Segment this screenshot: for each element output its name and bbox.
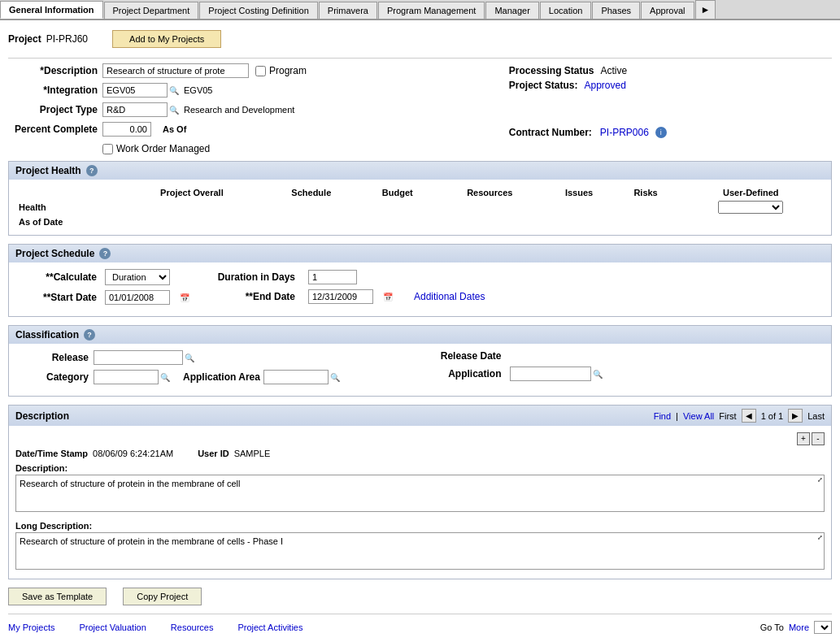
- classification-help-icon[interactable]: ?: [84, 329, 95, 341]
- health-col-resources: Resources: [436, 186, 543, 199]
- percent-complete-input[interactable]: [102, 122, 151, 137]
- tab-bar: General Information Project Department P…: [0, 0, 840, 20]
- health-cell-budget: [359, 199, 436, 215]
- tab-general-information[interactable]: General Information: [0, 1, 103, 19]
- date-stamp-label: Date/Time Stamp: [15, 449, 88, 458]
- footer-project-activities-link[interactable]: Project Activities: [237, 622, 302, 632]
- tab-manager[interactable]: Manager: [485, 2, 538, 19]
- project-health-help-icon[interactable]: ?: [86, 165, 98, 176]
- divider: [8, 58, 832, 59]
- contract-info-icon[interactable]: i: [655, 127, 667, 138]
- category-search-icon[interactable]: [160, 371, 170, 383]
- end-date-calendar-icon[interactable]: 📅: [383, 293, 393, 301]
- calculate-select[interactable]: Duration End Date Start Date: [105, 269, 170, 285]
- tab-program-management[interactable]: Program Management: [378, 2, 485, 19]
- project-type-input[interactable]: [102, 102, 168, 117]
- end-date-input[interactable]: [308, 289, 373, 304]
- project-schedule-help-icon[interactable]: ?: [99, 248, 111, 259]
- project-status-value[interactable]: Approved: [584, 80, 625, 91]
- duration-days-input[interactable]: [308, 270, 357, 284]
- application-input[interactable]: [510, 367, 591, 381]
- separator1: |: [676, 411, 678, 421]
- project-status-label: Project Status:: [509, 80, 578, 91]
- integration-search-icon[interactable]: [169, 85, 179, 96]
- goto-select[interactable]: [814, 621, 832, 634]
- description-textarea[interactable]: [15, 475, 825, 512]
- health-col-issues: Issues: [543, 186, 614, 199]
- app-area-input[interactable]: [263, 370, 329, 384]
- save-as-template-button[interactable]: Save as Template: [8, 588, 107, 605]
- form-right: Processing Status Active Project Status:…: [509, 63, 832, 161]
- integration-input[interactable]: [102, 83, 168, 98]
- work-order-label: Work Order Managed: [116, 143, 210, 154]
- project-schedule-title: Project Schedule: [15, 248, 94, 259]
- as-of-date-label: As of Date: [15, 215, 120, 228]
- category-input[interactable]: [94, 370, 159, 384]
- app-area-label: Application Area: [183, 371, 260, 383]
- add-description-button[interactable]: +: [797, 432, 810, 445]
- start-date-calendar-icon[interactable]: 📅: [180, 293, 189, 302]
- contract-number-row: Contract Number: PI-PRP006 i: [509, 127, 832, 138]
- application-row: Application: [429, 367, 825, 381]
- health-user-defined-select[interactable]: [718, 201, 783, 214]
- tab-project-costing-definition[interactable]: Project Costing Definition: [199, 2, 318, 19]
- contract-number-value[interactable]: PI-PRP006: [600, 127, 649, 138]
- user-id-value: SAMPLE: [234, 449, 271, 458]
- end-date-label: *End Date: [214, 291, 295, 302]
- project-schedule-header: Project Schedule ?: [9, 245, 831, 262]
- desc-field-label: Description:: [15, 463, 825, 473]
- long-description-textarea[interactable]: [15, 532, 825, 570]
- project-type-search-icon[interactable]: [169, 104, 179, 115]
- calculate-label: *Calculate: [15, 271, 97, 283]
- next-page-button[interactable]: ▶: [788, 409, 803, 423]
- schedule-left: *Calculate Duration End Date Start Date …: [15, 269, 189, 310]
- classification-panel: Classification ? Release Category Appl: [8, 325, 832, 397]
- release-search-icon[interactable]: [185, 352, 194, 363]
- release-label: Release: [15, 352, 89, 363]
- description-label: *Description: [8, 65, 98, 76]
- tab-location[interactable]: Location: [540, 2, 592, 19]
- more-link[interactable]: More: [789, 622, 809, 632]
- tab-primavera[interactable]: Primavera: [319, 2, 377, 19]
- tab-more-button[interactable]: ►: [695, 0, 716, 19]
- desc-expand-icon[interactable]: ⤢: [817, 476, 823, 484]
- long-desc-expand-icon[interactable]: ⤢: [817, 534, 823, 541]
- footer-resources-link[interactable]: Resources: [171, 622, 214, 632]
- add-to-my-projects-button[interactable]: Add to My Projects: [112, 30, 221, 48]
- description-panel-body: + - Date/Time Stamp 08/06/09 6:24:21AM U…: [9, 426, 831, 579]
- footer-project-valuation-link[interactable]: Project Valuation: [79, 622, 146, 632]
- integration-text: EGV05: [184, 85, 212, 95]
- footer-links: My Projects Project Valuation Resources …: [8, 614, 832, 634]
- classification-title: Classification: [15, 329, 79, 341]
- bottom-buttons: Save as Template Copy Project: [8, 588, 832, 605]
- health-col-budget: Budget: [359, 186, 436, 199]
- release-input[interactable]: [94, 350, 183, 365]
- tab-project-department[interactable]: Project Department: [104, 2, 199, 19]
- as-of-date-row: As of Date: [15, 215, 825, 228]
- work-order-checkbox[interactable]: [102, 144, 113, 154]
- prev-page-button[interactable]: ◀: [742, 409, 756, 423]
- contract-number-label: Contract Number:: [509, 127, 592, 138]
- remove-description-button[interactable]: -: [812, 432, 825, 445]
- end-date-row: *End Date 📅 Additional Dates: [214, 289, 485, 304]
- additional-dates-link[interactable]: Additional Dates: [414, 291, 485, 302]
- footer-my-projects-link[interactable]: My Projects: [8, 622, 54, 632]
- view-all-link[interactable]: View All: [683, 411, 714, 421]
- add-remove-buttons: + -: [15, 432, 825, 445]
- health-cell-risks: [615, 199, 677, 215]
- page-info: 1 of 1: [761, 411, 784, 421]
- work-order-row: Work Order Managed: [102, 143, 493, 154]
- app-area-search-icon[interactable]: [330, 371, 340, 383]
- application-search-icon[interactable]: [593, 368, 603, 380]
- first-label: First: [719, 411, 736, 421]
- copy-project-button[interactable]: Copy Project: [123, 588, 202, 605]
- tab-approval[interactable]: Approval: [641, 2, 694, 19]
- find-link[interactable]: Find: [654, 411, 671, 421]
- tab-phases[interactable]: Phases: [592, 2, 640, 19]
- start-date-input[interactable]: [105, 290, 170, 305]
- description-input[interactable]: [102, 63, 249, 78]
- project-row: Project PI-PRJ60 Add to My Projects: [8, 28, 832, 50]
- project-type-label: Project Type: [8, 104, 98, 115]
- percent-complete-label: Percent Complete: [8, 124, 98, 135]
- program-checkbox[interactable]: [255, 66, 266, 76]
